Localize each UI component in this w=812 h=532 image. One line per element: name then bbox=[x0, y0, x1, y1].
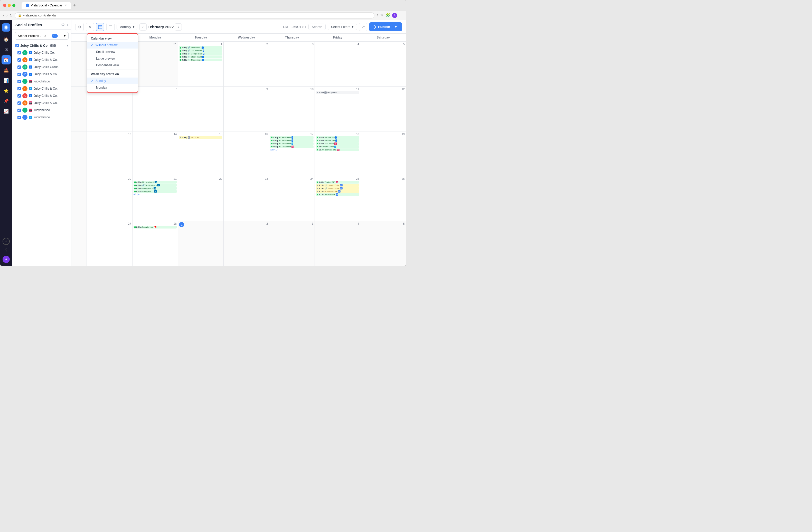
day-mar4[interactable]: 4 bbox=[315, 221, 361, 266]
day-feb9[interactable]: 9 bbox=[224, 87, 270, 131]
profile-item-3[interactable]: JC f Juicy Chills & Co. bbox=[16, 71, 69, 78]
month-selector-button[interactable]: Monthly ▾ bbox=[117, 24, 137, 30]
day-feb28[interactable]: 28 2:11a Sample vide ▶ bbox=[132, 221, 178, 266]
event-feb1-4[interactable]: 7:48p 🔗 Stock markt f bbox=[179, 56, 222, 58]
day-mar3[interactable]: 3 bbox=[269, 221, 315, 266]
event-feb21-1[interactable]: 4:03a 10 Healthiest in bbox=[133, 181, 177, 183]
event-feb1-3[interactable]: 7:48p 🔗 Google Sale f bbox=[179, 53, 222, 55]
day-feb11[interactable]: 11 2:26a tt test post or bbox=[315, 87, 361, 131]
next-month-button[interactable]: › bbox=[175, 24, 182, 31]
share-address-icon[interactable]: ↑ bbox=[376, 13, 378, 18]
filter-button[interactable]: Select Filters ▾ bbox=[328, 24, 357, 30]
close-button[interactable] bbox=[3, 4, 6, 7]
profile-checkbox-9[interactable] bbox=[17, 116, 21, 119]
event-feb17-2[interactable]: 4:30p 10 Healthiest f bbox=[270, 139, 314, 142]
group-checkbox[interactable] bbox=[15, 44, 19, 47]
collapse-profiles-icon[interactable]: ‹ bbox=[67, 23, 68, 27]
day-feb4[interactable]: 4 bbox=[315, 42, 361, 86]
url-input[interactable]: 🔒 vistasocial.com/calendar bbox=[15, 12, 374, 18]
dropdown-item-condensed-view[interactable]: Condensed view bbox=[87, 62, 137, 69]
profile-checkbox-3[interactable] bbox=[17, 73, 21, 76]
back-button[interactable]: ‹ bbox=[3, 13, 4, 17]
day-feb24[interactable]: 24 bbox=[269, 176, 315, 221]
profile-checkbox-0[interactable] bbox=[17, 51, 21, 55]
event-feb1-2[interactable]: 7:48p 🔗 GM posts re f bbox=[179, 49, 222, 52]
extensions-icon[interactable]: 🧩 bbox=[386, 13, 390, 18]
browser-menu-icon[interactable]: ⋮ bbox=[399, 13, 403, 18]
event-feb18-2[interactable]: 3:50a Sample mu f bbox=[316, 139, 359, 142]
tab-close-button[interactable]: ✕ bbox=[65, 4, 67, 7]
event-feb1-5[interactable]: 7:48p 🔗 These majo f bbox=[179, 59, 222, 61]
event-feb25-4[interactable]: 5:16p How to Enhan G bbox=[316, 190, 359, 193]
profile-item-4[interactable]: j 📷 juicychillsco bbox=[16, 78, 69, 85]
event-feb18-3[interactable]: 4:37a Test video ig bbox=[316, 142, 359, 145]
event-feb18-1[interactable]: 3:47a Sample vid f bbox=[316, 136, 359, 139]
event-feb21-2[interactable]: 4:12a 🔗 10 Healthies in bbox=[133, 184, 177, 187]
profile-checkbox-8[interactable] bbox=[17, 108, 21, 112]
day-feb3[interactable]: 3 bbox=[269, 42, 315, 86]
day-feb12[interactable]: 12 bbox=[360, 87, 406, 131]
profile-group-header[interactable]: Juicy Chills & Co. 10 ▾ bbox=[14, 42, 69, 49]
filter-profiles-icon[interactable]: ⚙ bbox=[61, 23, 65, 27]
publish-dropdown-icon[interactable]: ▾ bbox=[393, 24, 398, 30]
event-feb17-1[interactable]: 4:30p 10 Healthiest f bbox=[270, 136, 314, 139]
refresh-button[interactable]: ↻ bbox=[86, 23, 94, 31]
reload-button[interactable]: ↻ bbox=[10, 13, 13, 17]
profile-checkbox-7[interactable] bbox=[17, 101, 21, 105]
day-feb20[interactable]: 20 bbox=[87, 176, 132, 221]
profile-item-2[interactable]: JG f Juicy Chills Group bbox=[16, 63, 69, 71]
browser-avatar[interactable]: A bbox=[392, 13, 397, 18]
day-feb14[interactable]: 14 bbox=[132, 131, 178, 176]
active-tab[interactable]: Vista Social - Calendar ✕ bbox=[21, 2, 71, 9]
dropdown-item-small-preview[interactable]: Small preview bbox=[87, 48, 137, 55]
sidebar-item-home[interactable]: 🏠 bbox=[2, 35, 11, 44]
bookmark-icon[interactable]: ☆ bbox=[380, 13, 384, 18]
profile-item-0[interactable]: JC f Juicy Chills Co. bbox=[16, 49, 69, 56]
sidebar-item-star[interactable]: ⭐ bbox=[2, 86, 11, 95]
event-feb25-5[interactable]: 5:18p Sample vidi G bbox=[316, 193, 359, 196]
profile-item-9[interactable]: j t juicychillsco bbox=[16, 114, 69, 121]
day-feb7[interactable]: 7 bbox=[132, 87, 178, 131]
event-feb21-4[interactable]: 4:22a Is Organic ... in bbox=[133, 190, 177, 193]
profile-item-6[interactable]: JC f Juicy Chills & Co. bbox=[16, 92, 69, 99]
sidebar-item-inbox[interactable]: 📥 bbox=[2, 65, 11, 75]
day-feb17[interactable]: 17 4:30p 10 Healthiest f 4:30p 10 Health… bbox=[269, 131, 315, 176]
day-feb1[interactable]: 1 7:48p 🔗 Americans | f 7:48p 🔗 GM post bbox=[178, 42, 224, 86]
maximize-button[interactable] bbox=[12, 4, 15, 7]
dropdown-item-large-preview[interactable]: Large preview bbox=[87, 55, 137, 62]
day-feb21[interactable]: 21 4:03a 10 Healthiest in 4:12a 🔗 10 Hea bbox=[132, 176, 178, 221]
sidebar-item-analytics[interactable]: 📊 bbox=[2, 76, 11, 85]
day-feb25[interactable]: 25 3:40p Testing GIF ig 5:13p 🔗 How to E bbox=[315, 176, 361, 221]
event-feb25-2[interactable]: 5:13p 🔗 How to Enhe G bbox=[316, 184, 359, 187]
event-feb17-3[interactable]: 4:30p 10 Healthiest t bbox=[270, 142, 314, 145]
day-feb27[interactable]: 27 bbox=[87, 221, 132, 266]
search-button[interactable]: Search bbox=[308, 24, 325, 30]
day-feb2[interactable]: 2 bbox=[224, 42, 270, 86]
day-feb22[interactable]: 22 bbox=[178, 176, 224, 221]
see-all-feb21[interactable]: All (9) bbox=[133, 193, 177, 196]
list-view-button[interactable]: ☰ bbox=[106, 23, 115, 31]
day-feb10[interactable]: 10 bbox=[269, 87, 315, 131]
publish-button[interactable]: Publish ▾ bbox=[369, 23, 402, 31]
profile-checkbox-6[interactable] bbox=[17, 94, 21, 98]
day-feb5[interactable]: 5 bbox=[360, 42, 406, 86]
minimize-button[interactable] bbox=[8, 4, 11, 7]
settings-button[interactable]: ⚙ bbox=[75, 23, 84, 31]
profile-item-8[interactable]: j 📷 juicychillsco bbox=[16, 106, 69, 114]
event-feb15-1[interactable]: 4:43p tt Test post bbox=[179, 136, 222, 139]
user-avatar[interactable]: A bbox=[3, 256, 10, 263]
day-mar2[interactable]: 2 bbox=[224, 221, 270, 266]
calendar-view-button[interactable] bbox=[96, 23, 104, 31]
day-feb26[interactable]: 26 bbox=[360, 176, 406, 221]
profile-checkbox-2[interactable] bbox=[17, 65, 21, 69]
sidebar-item-send[interactable]: ✉ bbox=[2, 45, 11, 54]
sidebar-item-calendar[interactable]: 📅 bbox=[2, 55, 11, 64]
event-feb25-3[interactable]: 5:14p 🔗 How to Enhe G bbox=[316, 187, 359, 190]
dropdown-item-monday[interactable]: Monday bbox=[87, 84, 137, 91]
event-feb11-1[interactable]: 2:26a tt test post or bbox=[316, 91, 359, 94]
add-profile-button[interactable]: + bbox=[3, 238, 10, 245]
profile-checkbox-5[interactable] bbox=[17, 87, 21, 90]
event-feb17-4[interactable]: 4:30p 10 Healthiest ig bbox=[270, 145, 314, 148]
prev-month-button[interactable]: ‹ bbox=[140, 24, 147, 31]
day-feb8[interactable]: 8 bbox=[178, 87, 224, 131]
